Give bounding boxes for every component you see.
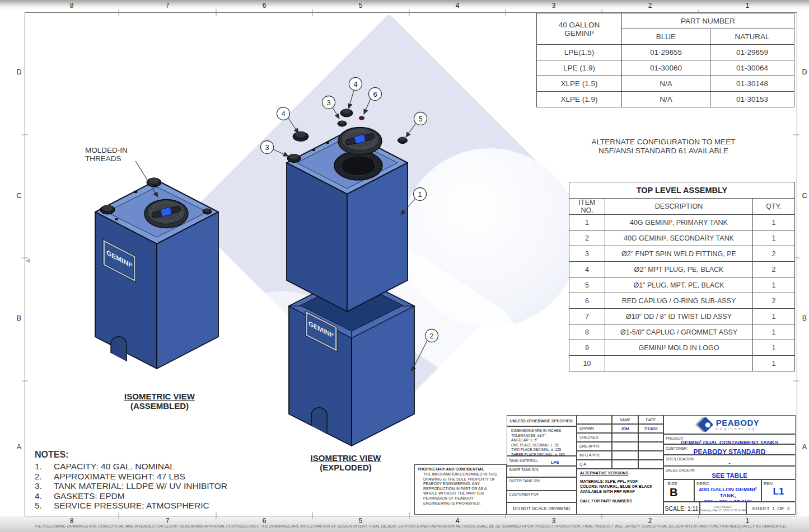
alt-line: AVAILABLE WITH FRP WRAP [580,489,663,494]
approval-date [638,451,663,460]
notes-title: NOTES: [35,450,270,460]
table-row: 8Ø1-5/8" CAPLUG / GROMMET ASSY1 [569,324,795,340]
annotation-line: MOLDED-IN [85,146,128,154]
column-header: QTY. [753,199,795,215]
column-header: DESCRIPTION [605,199,753,215]
view-label-assembled: ISOMETRIC VIEW (ASSEMBLED) [104,392,216,411]
size-value: B [664,486,694,499]
table-row: XLPE (1.9) N/A 01-30153 [537,92,794,107]
table-row: 9GEMINI² MOLD IN LOGO1 [569,340,795,356]
table-cell: Ø1-5/8" CAPLUG / GROMMET ASSY [605,324,753,340]
top-level-assembly-table: TOP LEVEL ASSEMBLY ITEM NO. DESCRIPTION … [569,182,795,371]
bottom-notch [111,337,127,361]
brand-subtitle: engineering [716,427,756,431]
approval-row-label: MFG APPR. [577,451,612,460]
assembly-table-title: TOP LEVEL ASSEMBLY [569,182,795,199]
approval-name [612,451,638,460]
column-header-natural: NATURAL [710,29,794,45]
customer-po-cell: CUSTOMER PO# [507,491,577,502]
note-item: 3.TANK MATERIAL: LLDPE W/ UV INHIBITOR [35,481,270,491]
brand-name: PEABODY [716,419,760,427]
note-line: ALTERNATE CONFIGURATION TO MEET [571,138,756,147]
table-cell: 1 [753,324,795,340]
sheet-total: 2 [787,505,789,511]
table-row: TOP LEVEL ASSEMBLY [569,182,795,199]
table-row: 6RED CAPLUG / O-RING SUB-ASSY2 [569,293,795,309]
view-subtitle: (ASSEMBLED) [104,401,216,411]
note-item: 4.GASKETS: EPDM [35,491,270,501]
proprietary-title: PROPRIETARY AND CONFIDENTIAL [415,465,506,472]
table-row: 5Ø1" PLUG, MPT, PE, BLACK1 [569,277,795,293]
do-not-scale-cell: DO NOT SCALE DRAWING [507,502,577,515]
call-for-part-numbers: CALL FOR PART NUMBERS [580,498,663,503]
view-label-exploded: ISOMETRIC VIEW (EXPLODED) [288,453,403,472]
table-row: 4Ø2" MPT PLUG, PE, BLACK2 [569,262,795,277]
tank-material-value: LPE [551,460,559,465]
tolerance-line: ANGULAR: ± .5° [507,438,576,443]
inner-sn-cell: INNER TANK S/N: [507,466,577,477]
sales-order-cell: SALES ORDER#: SEE TABLE [663,466,796,479]
project-cell: PROJECT: GEMINI² DUAL CONTAINMENT TANKS [663,434,796,444]
note-item: 2.APPROXIMATE WEIGHT: 47 LBS [35,472,270,482]
table-cell: 8 [569,324,605,340]
table-cell: 4 [569,262,605,277]
table-cell: 01-29655 [622,45,710,60]
table-cell: 1 [753,309,795,324]
table-cell: 40G GEMINI², PRIMARY TANK [605,215,753,230]
approval-name [612,442,638,451]
approval-name [612,460,638,469]
table-cell: 2 [569,230,605,246]
table-row: ITEM NO. DESCRIPTION QTY. [569,199,795,215]
twist-lid [144,200,188,228]
balloon-5: 5 [418,115,422,123]
approval-name: JDM [612,424,638,433]
primary-tank [287,131,408,312]
alt-line: MATERIALS: XLPE, PPL, PVDF [580,479,663,484]
outer-sn-cell: OUTER TANK S/N: [507,477,577,491]
approval-date: 7/13/20 [638,424,663,433]
table-cell: Ø2" FNPT SPIN WELD FITTING, PE [605,246,753,262]
unless-otherwise-header: UNLESS OTHERWISE SPECIFIED: [507,415,577,426]
date-header: DATE [638,415,663,424]
footer-disclaimer: THE FOLLOWING DRAWINGS ARE CONCEPTUAL AN… [25,524,796,528]
tolerance-line: TWO PLACE DECIMAL: ± .125 [507,448,576,453]
alternative-versions-title: ALTERNATIVE VERSIONS [580,471,663,475]
table-cell: 01-30153 [710,92,794,107]
approval-row-label: Q.A. [577,460,612,469]
table-row: 101 [569,356,795,371]
part-number-header: PART NUMBER [622,13,794,29]
balloon-2: 2 [429,332,433,340]
table-row: XLPE (1.5) N/A 01-30148 [537,76,794,92]
approval-row-label: ENG APPR. [577,442,612,451]
peabody-logo-icon [698,417,713,432]
table-row: LPE(1.5) 01-29655 01-29659 [537,45,794,60]
note-line: NSF/ANSI STANDARD 61 AVAILABLE [571,147,756,156]
table-cell: 9 [569,340,605,356]
size-cell: SIZE B [663,479,694,502]
table-cell: XLPE (1.9) [537,92,622,107]
balloon-3: 3 [265,143,269,152]
table-cell: 1 [753,277,795,293]
last-saved-value: Tuesday, May 17, 2022 11:30:31 AM [700,509,746,512]
approval-header-spacer [577,415,612,424]
proprietary-block: PROPRIETARY AND CONFIDENTIAL THE INFORMA… [414,464,507,515]
table-cell [605,356,753,371]
table-row: 3Ø2" FNPT SPIN WELD FITTING, PE2 [569,246,795,262]
rev-cell: REV. L1 [761,479,796,502]
balloon-4: 4 [281,110,285,118]
table-row: 7Ø10" OD / 8" ID TWIST LID ASSY1 [569,309,795,324]
table-cell: LPE (1.9) [537,60,622,76]
table-cell: 2 [753,293,795,309]
approval-date [638,433,663,442]
tolerance-line: DIMENSIONS ARE IN INCHES [507,427,576,434]
description-cell: DESC. 40G GALLON GEMINI² TANK, 20" x 20"… [694,479,761,502]
table-cell: XLPE (1.5) [537,76,622,92]
table-cell: 7 [569,309,605,324]
customer-cell: CUSTOMER: PEABODY STANDARD [663,444,796,455]
view-title: ISOMETRIC VIEW [104,392,216,401]
red-caplug [359,116,364,120]
note-item: 1.CAPACITY: 40 GAL. NOMINAL [35,462,270,472]
table-cell: 01-30148 [710,76,794,92]
balloon-6: 6 [373,90,377,98]
table-row: 240G GEMINI², SECONDARY TANK1 [569,230,795,246]
